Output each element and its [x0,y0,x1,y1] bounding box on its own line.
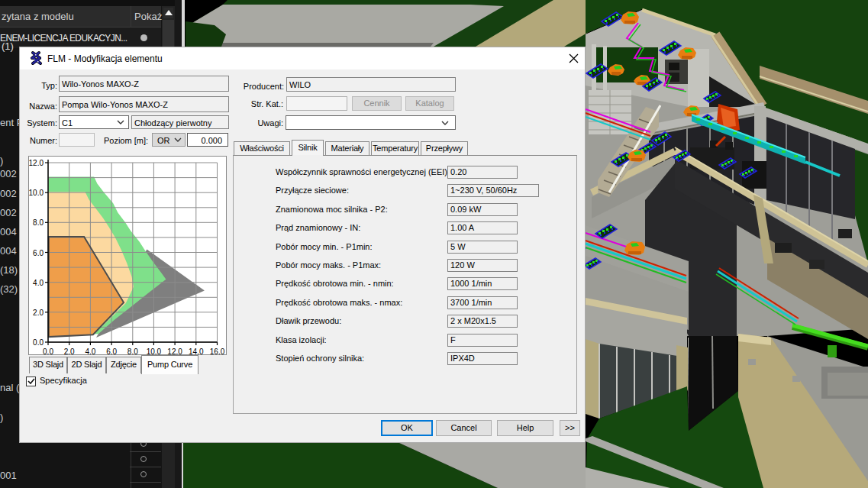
svg-text:8.0: 8.0 [33,218,44,227]
svg-text:2.0: 2.0 [33,309,44,317]
svg-text:2.0: 2.0 [64,347,75,354]
svg-text:12.0: 12.0 [167,347,182,354]
svg-text:10.0: 10.0 [29,189,44,197]
svg-text:4.0: 4.0 [85,347,95,354]
svg-text:14.0: 14.0 [189,347,204,354]
svg-text:8.0: 8.0 [127,347,138,354]
svg-text:6.0: 6.0 [106,347,117,354]
svg-text:0.0: 0.0 [33,338,44,347]
svg-text:6.0: 6.0 [33,249,44,257]
svg-text:4.0: 4.0 [33,279,44,287]
svg-text:16.0: 16.0 [210,347,225,354]
svg-text:10.0: 10.0 [147,347,162,354]
svg-text:12.0: 12.0 [29,159,44,167]
svg-text:0.0: 0.0 [43,347,53,354]
